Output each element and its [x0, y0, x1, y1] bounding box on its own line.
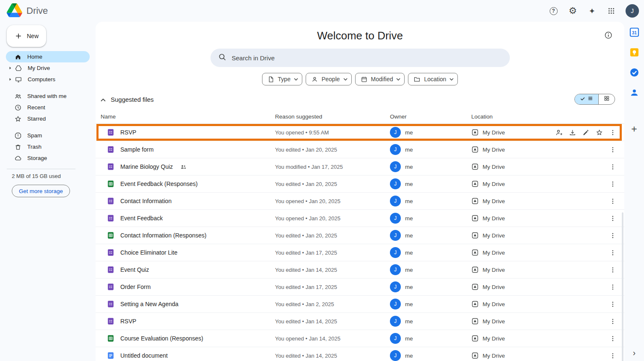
more-actions-icon[interactable] — [608, 299, 618, 309]
column-owner[interactable]: Owner — [390, 113, 471, 120]
location-cell[interactable]: My Drive — [471, 232, 546, 239]
modified-filter-chip[interactable]: Modified — [355, 73, 405, 85]
google-apps-grid-icon[interactable] — [603, 3, 620, 19]
file-row[interactable]: Choice Eliminator LiteYou edited • Jan 1… — [96, 244, 624, 261]
more-actions-icon[interactable] — [608, 316, 618, 326]
location-cell[interactable]: My Drive — [471, 214, 546, 222]
add-side-panel-app-icon[interactable]: + — [631, 124, 637, 134]
search-input[interactable] — [232, 54, 506, 62]
help-icon[interactable] — [545, 3, 562, 19]
download-icon[interactable] — [567, 127, 577, 137]
column-reason-suggested[interactable]: Reason suggested — [275, 113, 390, 120]
expand-caret-icon[interactable] — [8, 77, 12, 81]
expand-panel-chevron-icon[interactable]: › — [633, 348, 636, 358]
more-actions-icon[interactable] — [608, 248, 618, 258]
owner-avatar: J — [390, 196, 401, 206]
location-cell[interactable]: My Drive — [471, 146, 546, 153]
keep-app-icon[interactable] — [629, 47, 640, 58]
file-row[interactable]: Untitled documentYou edited • Jan 14, 20… — [96, 347, 624, 361]
info-icon[interactable] — [603, 30, 613, 40]
location-filter-chip[interactable]: Location — [408, 73, 458, 85]
share-person-add-icon[interactable] — [554, 127, 564, 137]
more-actions-icon[interactable] — [608, 196, 618, 206]
location-cell[interactable]: My Drive — [471, 352, 546, 359]
contacts-app-icon[interactable] — [629, 87, 640, 98]
location-label: My Drive — [483, 164, 505, 170]
location-cell[interactable]: My Drive — [471, 249, 546, 256]
starred-icon — [14, 115, 22, 123]
location-cell[interactable]: My Drive — [471, 266, 546, 273]
column-name[interactable]: Name — [101, 113, 275, 120]
location-cell[interactable]: My Drive — [471, 180, 546, 188]
get-more-storage-button[interactable]: Get more storage — [12, 185, 70, 197]
file-row[interactable]: Course Evaluation (Responses)You opened … — [96, 330, 624, 347]
type-filter-chip[interactable]: Type — [262, 73, 302, 85]
more-actions-icon[interactable] — [608, 162, 618, 172]
file-name-cell: Contact Information (Responses) — [107, 232, 275, 239]
file-row[interactable]: Event Feedback (Responses)You edited • J… — [96, 175, 624, 193]
new-button[interactable]: New — [7, 25, 46, 47]
calendar-app-icon[interactable]: 31 — [629, 27, 640, 38]
sidebar-item-starred[interactable]: Starred — [6, 113, 90, 124]
location-cell[interactable]: My Drive — [471, 283, 546, 291]
file-row[interactable]: Marine Biology QuizYou modified • Jan 17… — [96, 158, 624, 175]
location-cell[interactable]: My Drive — [471, 335, 546, 342]
more-actions-icon[interactable] — [608, 351, 618, 361]
sidebar-item-spam[interactable]: Spam — [6, 130, 90, 141]
people-filter-chip[interactable]: People — [306, 73, 352, 85]
location-cell[interactable]: My Drive — [471, 300, 546, 308]
file-row[interactable]: RSVPYou opened • 9:55 AMJmeMy Drive — [96, 124, 624, 141]
sidebar-item-my-drive[interactable]: My Drive — [6, 62, 90, 74]
sidebar-item-recent[interactable]: Recent — [6, 102, 90, 113]
more-actions-icon[interactable] — [608, 333, 618, 343]
user-avatar[interactable]: J — [626, 4, 639, 18]
more-actions-icon[interactable] — [608, 179, 618, 189]
sidebar-item-storage[interactable]: Storage — [6, 152, 90, 164]
more-actions-icon[interactable] — [608, 144, 618, 155]
vertical-scrollbar[interactable] — [622, 212, 623, 361]
file-name-cell: RSVP — [107, 317, 275, 325]
owner-label: me — [405, 335, 413, 342]
list-view-button[interactable] — [575, 94, 598, 104]
plus-icon — [14, 32, 23, 40]
star-icon[interactable] — [594, 127, 604, 137]
file-row[interactable]: Sample formYou edited • Jan 20, 2025JmeM… — [96, 141, 624, 158]
forms-file-icon — [107, 163, 114, 170]
location-cell[interactable]: My Drive — [471, 197, 546, 205]
my-drive-location-icon — [471, 180, 479, 188]
file-row[interactable]: Event FeedbackYou opened • Jan 20, 2025J… — [96, 210, 624, 227]
expand-caret-icon[interactable] — [8, 66, 12, 70]
file-name-cell: Untitled document — [107, 352, 275, 359]
docs-file-icon — [107, 352, 114, 359]
file-row[interactable]: Contact Information (Responses)You edite… — [96, 227, 624, 244]
file-row[interactable]: RSVPYou edited • Jan 14, 2025JmeMy Drive — [96, 313, 624, 330]
file-name-cell: Setting a New Agenda — [107, 300, 275, 308]
location-cell[interactable]: My Drive — [471, 129, 546, 136]
more-actions-icon[interactable] — [608, 230, 618, 240]
rename-pencil-icon[interactable] — [581, 127, 591, 137]
file-row[interactable]: Order FormYou edited • Jan 17, 2025JmeMy… — [96, 278, 624, 296]
file-row[interactable]: Event QuizYou edited • Jan 14, 2025JmeMy… — [96, 261, 624, 278]
search-bar[interactable] — [210, 49, 510, 67]
more-actions-icon[interactable] — [608, 127, 618, 137]
file-row[interactable]: Contact InformationYou opened • Jan 20, … — [96, 193, 624, 210]
more-actions-icon[interactable] — [608, 282, 618, 292]
file-row[interactable]: Setting a New AgendaYou edited • Jan 2, … — [96, 296, 624, 313]
file-name: Sample form — [120, 146, 153, 153]
suggested-files-toggle[interactable]: Suggested files — [101, 96, 154, 103]
sidebar-item-trash[interactable]: Trash — [6, 141, 90, 152]
more-actions-icon[interactable] — [608, 213, 618, 223]
gemini-sparkle-icon[interactable] — [584, 3, 600, 19]
more-actions-icon[interactable] — [608, 265, 618, 275]
tasks-app-icon[interactable] — [629, 67, 640, 78]
sidebar-item-computers[interactable]: Computers — [6, 74, 90, 85]
owner-cell: Jme — [390, 161, 471, 172]
sidebar-item-home[interactable]: Home — [6, 51, 90, 62]
location-cell[interactable]: My Drive — [471, 163, 546, 170]
grid-view-button[interactable] — [598, 94, 615, 104]
sidebar-item-shared-with-me[interactable]: Shared with me — [6, 90, 90, 102]
drive-brand[interactable]: Drive — [7, 3, 48, 19]
location-cell[interactable]: My Drive — [471, 317, 546, 325]
column-location[interactable]: Location — [471, 113, 546, 120]
settings-icon[interactable] — [564, 3, 581, 19]
